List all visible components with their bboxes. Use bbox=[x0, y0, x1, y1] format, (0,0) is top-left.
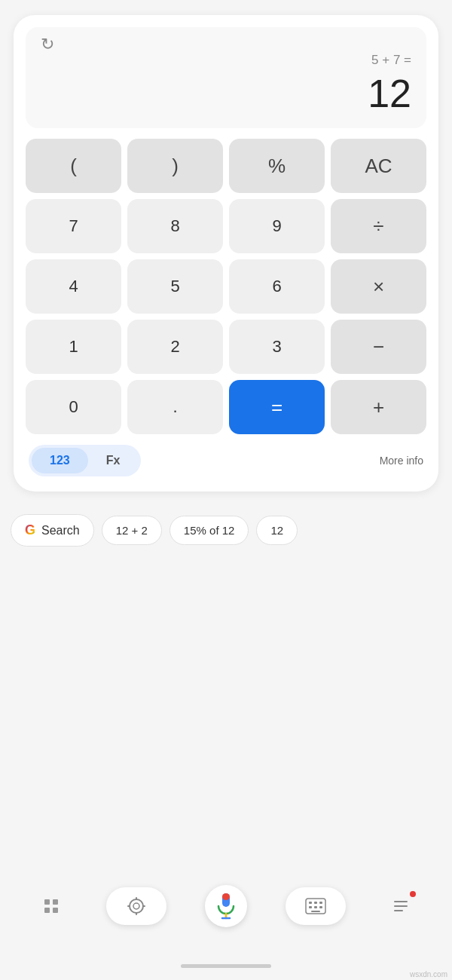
calc-btn-8[interactable]: 8 bbox=[127, 199, 223, 253]
calc-btn-5[interactable]: 5 bbox=[127, 259, 223, 314]
calc-btn--[interactable]: = bbox=[229, 380, 325, 434]
svg-rect-17 bbox=[319, 902, 322, 904]
calculator-display: ↻ 5 + 7 = 12 bbox=[26, 27, 426, 128]
calc-btn-6[interactable]: 6 bbox=[229, 259, 325, 314]
chip-label: 15% of 12 bbox=[184, 524, 235, 537]
display-result: 12 bbox=[41, 71, 411, 116]
suggestion-chip-calc1[interactable]: 12 + 2 bbox=[102, 516, 162, 545]
grid-icon[interactable] bbox=[35, 890, 68, 923]
svg-rect-2 bbox=[44, 908, 50, 913]
svg-rect-18 bbox=[309, 906, 312, 908]
svg-rect-16 bbox=[314, 902, 317, 904]
suggestion-chip-calc2[interactable]: 15% of 12 bbox=[170, 516, 249, 545]
mode-fx-button[interactable]: Fx bbox=[88, 448, 139, 473]
svg-rect-21 bbox=[311, 911, 320, 912]
calc-btn--[interactable]: ÷ bbox=[331, 199, 426, 253]
svg-rect-19 bbox=[314, 906, 317, 908]
calc-btn--[interactable]: % bbox=[229, 139, 325, 193]
suggestions-area: GSearch12 + 215% of 1212 bbox=[0, 514, 452, 547]
calc-btn-0[interactable]: 0 bbox=[26, 380, 121, 434]
mode-123-button[interactable]: 123 bbox=[32, 448, 88, 473]
calc-btn-4[interactable]: 4 bbox=[26, 259, 121, 314]
lens-button[interactable] bbox=[106, 887, 166, 925]
svg-rect-1 bbox=[53, 899, 58, 905]
calc-btn-1[interactable]: 1 bbox=[26, 320, 121, 374]
mode-row: 123 Fx More info bbox=[26, 445, 426, 476]
suggestions-row: GSearch12 + 215% of 1212 bbox=[11, 514, 441, 547]
chip-label: 12 + 2 bbox=[116, 524, 148, 537]
calc-btn--[interactable]: . bbox=[127, 380, 223, 434]
svg-point-4 bbox=[130, 899, 143, 913]
calc-btn-7[interactable]: 7 bbox=[26, 199, 121, 253]
chip-label: 12 bbox=[270, 524, 283, 537]
voice-button[interactable] bbox=[205, 885, 247, 927]
button-grid: ()%AC789÷456×123−0.=+ bbox=[26, 139, 426, 434]
svg-rect-3 bbox=[53, 908, 58, 913]
more-info-link[interactable]: More info bbox=[380, 455, 423, 467]
suggestion-chip-search[interactable]: GSearch bbox=[11, 514, 94, 547]
calc-btn--[interactable]: + bbox=[331, 380, 426, 434]
calc-btn--[interactable]: ) bbox=[127, 139, 223, 193]
svg-rect-20 bbox=[319, 906, 322, 908]
calc-btn--[interactable]: − bbox=[331, 320, 426, 374]
tasks-icon[interactable] bbox=[384, 890, 417, 923]
home-indicator bbox=[181, 964, 271, 968]
svg-point-5 bbox=[133, 903, 139, 909]
mode-toggle: 123 Fx bbox=[29, 445, 141, 476]
calc-btn-3[interactable]: 3 bbox=[229, 320, 325, 374]
keyboard-button[interactable] bbox=[286, 887, 346, 925]
svg-rect-0 bbox=[44, 899, 50, 905]
svg-rect-11 bbox=[222, 893, 230, 900]
suggestion-chip-calc3[interactable]: 12 bbox=[256, 516, 298, 545]
bottom-bar bbox=[0, 877, 452, 935]
calc-btn--[interactable]: ( bbox=[26, 139, 121, 193]
chip-label: Search bbox=[41, 524, 80, 537]
calc-btn-9[interactable]: 9 bbox=[229, 199, 325, 253]
svg-rect-15 bbox=[309, 902, 312, 904]
display-expression: 5 + 7 = bbox=[41, 53, 411, 68]
calc-btn-2[interactable]: 2 bbox=[127, 320, 223, 374]
calc-btn-AC[interactable]: AC bbox=[331, 139, 426, 193]
history-icon[interactable]: ↻ bbox=[41, 36, 411, 53]
calculator-card: ↻ 5 + 7 = 12 ()%AC789÷456×123−0.=+ 123 F… bbox=[14, 15, 438, 492]
calc-btn--[interactable]: × bbox=[331, 259, 426, 314]
watermark: wsxdn.com bbox=[410, 970, 447, 978]
google-logo: G bbox=[25, 522, 35, 538]
